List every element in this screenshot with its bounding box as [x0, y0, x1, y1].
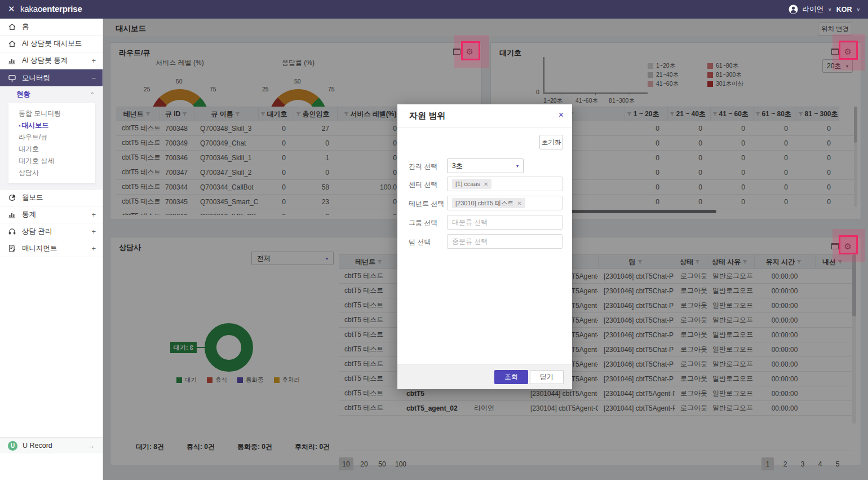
expand-plus-icon[interactable]: + [91, 227, 96, 236]
arrow-right-icon: → [87, 442, 95, 450]
sidebar-item-stats[interactable]: 통계 + [0, 206, 103, 223]
chevron-down-icon[interactable]: ∨ [828, 7, 832, 12]
sidebar-item-wallboard[interactable]: 월보드 [0, 190, 103, 206]
bar-chart-icon [7, 210, 16, 219]
submit-button[interactable]: 조회 [494, 370, 528, 384]
center-select-input[interactable]: [1] ccaas✕ [447, 177, 563, 191]
sidebar-item-home[interactable]: 홈 [0, 19, 103, 36]
sidebar-item-management[interactable]: 매니지먼트 + [0, 240, 103, 257]
home-icon [7, 39, 16, 49]
close-button[interactable]: 닫기 [530, 370, 564, 384]
chevron-up-icon[interactable]: ⌃ [90, 91, 95, 98]
top-bar: ✕ kakaoenterprise 라이언 ∨ KOR ∨ [0, 0, 868, 19]
team-label: 팀 선택 [409, 237, 431, 247]
submenu-item[interactable]: 대시보드 [8, 120, 95, 131]
center-label: 센터 선택 [409, 180, 437, 190]
status-submenu: 통합 모니터링대시보드라우트/큐대기호대기호 상세상담사 [8, 103, 95, 183]
headset-icon [7, 227, 16, 236]
expand-plus-icon[interactable]: + [91, 244, 96, 253]
sidebar-item-ai-stats[interactable]: AI 상담봇 통계 + [0, 52, 103, 69]
monitoring-section: 현황 ⌃ 통합 모니터링대시보드라우트/큐대기호대기호 상세상담사 [0, 86, 103, 190]
expand-plus-icon[interactable]: + [91, 56, 96, 65]
home-icon [7, 23, 16, 32]
bar-chart-icon [7, 56, 16, 65]
placeholder-text: 중분류 선택 [452, 237, 488, 246]
resource-scope-modal: 자원 범위 × 초기화 간격 선택 3초 ▾ 센터 선택 [1] ccaas✕ … [397, 104, 572, 389]
monitor-icon [7, 73, 16, 82]
interval-label: 간격 선택 [409, 162, 437, 171]
team-select-input[interactable]: 중분류 선택 [447, 234, 563, 249]
close-icon[interactable]: ✕ [8, 4, 15, 14]
submenu-item[interactable]: 상담사 [8, 167, 95, 179]
sidebar-item-counsel-management[interactable]: 상담 관리 + [0, 223, 103, 240]
selected-center-tag: [1] ccaas✕ [452, 179, 491, 189]
u-record-link[interactable]: U U Record → [0, 437, 103, 453]
submenu-item[interactable]: 대기호 상세 [8, 155, 95, 167]
submenu-item[interactable]: 대기호 [8, 143, 95, 155]
user-avatar-icon [789, 5, 798, 14]
kakao-enterprise-logo: kakaoenterprise [20, 4, 82, 14]
pie-chart-icon [7, 193, 16, 202]
tenant-label: 테넌트 선택 [409, 199, 444, 209]
document-edit-icon [7, 244, 16, 253]
interval-select[interactable]: 3초 ▾ [447, 158, 524, 173]
collapse-minus-icon[interactable]: − [91, 74, 96, 82]
remove-tag-icon[interactable]: ✕ [484, 181, 488, 187]
group-select-input[interactable]: 대분류 선택 [447, 215, 563, 230]
modal-footer: 조회 닫기 [397, 364, 572, 389]
selected-tenant-tag: [23010] cbtT5 테스트✕ [452, 198, 525, 208]
placeholder-text: 대분류 선택 [452, 218, 488, 227]
close-icon[interactable]: × [559, 110, 564, 120]
chevron-down-icon: ▾ [516, 164, 519, 169]
language-selector[interactable]: KOR [836, 6, 852, 14]
tenant-select-input[interactable]: [23010] cbtT5 테스트✕ [447, 196, 563, 210]
expand-plus-icon[interactable]: + [91, 210, 96, 219]
submenu-item[interactable]: 통합 모니터링 [8, 108, 95, 120]
modal-header: 자원 범위 × [397, 104, 572, 127]
reset-button[interactable]: 초기화 [539, 135, 563, 149]
chevron-down-icon[interactable]: ∨ [856, 7, 860, 12]
modal-title: 자원 범위 [409, 111, 445, 121]
section-status[interactable]: 현황 ⌃ [0, 86, 103, 102]
u-record-icon: U [8, 441, 17, 451]
user-name[interactable]: 라이언 [803, 5, 824, 14]
sidebar: 홈 AI 상담봇 대시보드 AI 상담봇 통계 + 모니터링 − 현황 ⌃ 통합… [0, 19, 103, 480]
submenu-item[interactable]: 라우트/큐 [8, 131, 95, 143]
group-label: 그룹 선택 [409, 218, 437, 228]
sidebar-item-monitoring[interactable]: 모니터링 − [0, 69, 103, 86]
remove-tag-icon[interactable]: ✕ [517, 200, 521, 206]
sidebar-item-ai-dashboard[interactable]: AI 상담봇 대시보드 [0, 36, 103, 52]
